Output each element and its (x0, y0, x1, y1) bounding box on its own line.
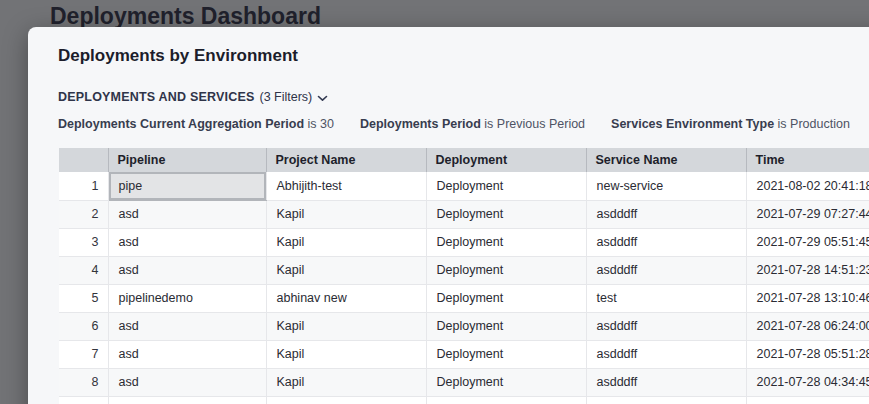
table-row: 7asdKapilDeploymentasdddff2021-07-28 05:… (59, 340, 869, 368)
filters-count: (3 Filters) (260, 90, 313, 104)
cell-pipeline[interactable]: pipelinedemo (108, 284, 266, 312)
cell-service[interactable]: asdddff (586, 340, 746, 368)
row-number-cell: 3 (59, 228, 108, 256)
cell-time[interactable]: 2021-07-28 14:51:23 (746, 256, 869, 284)
cell-service[interactable]: asdddff (586, 200, 746, 228)
row-number-cell: 9 (59, 396, 108, 404)
table-row: 2asdKapilDeploymentasdddff2021-07-29 07:… (59, 200, 869, 228)
table-row: 5pipelinedemoabhinav newDeploymenttest20… (59, 284, 869, 312)
table-row: 8asdKapilDeploymentasdddff2021-07-28 04:… (59, 368, 869, 396)
cell-deployment[interactable]: Deployment (426, 312, 586, 340)
cell-time[interactable]: 2021-07-28 06:24:00 (746, 312, 869, 340)
cell-pipeline[interactable]: asd (108, 368, 266, 396)
row-number-cell: 8 (59, 368, 108, 396)
cell-deployment[interactable]: Deployment (426, 200, 586, 228)
column-header-pipeline: Pipeline (108, 148, 266, 172)
filter-summary-segment: Deployments Current Aggregation Period i… (58, 117, 334, 131)
column-header-service-name: Service Name (586, 148, 746, 172)
cell-deployment[interactable]: Deployment (426, 284, 586, 312)
row-number-cell: 1 (59, 172, 108, 200)
table-row: 1pipeAbhijith-testDeploymentnew-service2… (59, 172, 869, 200)
cell-project[interactable]: Kapil (266, 200, 426, 228)
deployments-by-environment-modal: Deployments by Environment DEPLOYMENTS A… (28, 27, 869, 404)
row-number-cell: 5 (59, 284, 108, 312)
cell-project[interactable]: Kapil (266, 256, 426, 284)
cell-project[interactable]: Abhijith-test (266, 172, 426, 200)
cell-deployment[interactable]: Deployment (426, 228, 586, 256)
cell-pipeline[interactable]: asd (108, 340, 266, 368)
filter-summary-segment: Deployments Period is Previous Period (360, 117, 585, 131)
cell-project[interactable]: Kapil (266, 396, 426, 404)
row-number-cell: 7 (59, 340, 108, 368)
cell-time[interactable]: 2021-07-29 05:51:45 (746, 228, 869, 256)
cell-service[interactable]: asdddff (586, 228, 746, 256)
row-number-cell: 6 (59, 312, 108, 340)
column-header-row-number (59, 148, 108, 172)
cell-service[interactable]: asdddff (586, 312, 746, 340)
cell-pipeline[interactable]: asd (108, 228, 266, 256)
cell-service[interactable]: asdddff (586, 256, 746, 284)
cell-deployment[interactable]: Deployment (426, 340, 586, 368)
chevron-down-icon[interactable] (317, 91, 328, 105)
cell-time[interactable]: 2021-08-02 20:41:18 (746, 172, 869, 200)
deployments-table-wrap: PipelineProject NameDeploymentService Na… (59, 148, 869, 404)
table-row: 9asdKapilDeploymentasdddff2021-07-28 04:… (59, 396, 869, 404)
cell-project[interactable]: abhinav new (266, 284, 426, 312)
deployments-table: PipelineProject NameDeploymentService Na… (59, 148, 869, 404)
cell-deployment[interactable]: Deployment (426, 396, 586, 404)
cell-pipeline[interactable]: asd (108, 312, 266, 340)
filters-toggle[interactable]: DEPLOYMENTS AND SERVICES (3 Filters) (58, 89, 328, 105)
cell-project[interactable]: Kapil (266, 368, 426, 396)
cell-service[interactable]: asdddff (586, 396, 746, 404)
cell-service[interactable]: test (586, 284, 746, 312)
cell-time[interactable]: 2021-07-29 07:27:44 (746, 200, 869, 228)
modal-title: Deployments by Environment (58, 46, 298, 66)
cell-time[interactable]: 2021-07-28 13:10:46 (746, 284, 869, 312)
filter-summary: Deployments Current Aggregation Period i… (58, 117, 869, 131)
cell-time[interactable]: 2021-07-28 04:34:45 (746, 368, 869, 396)
filter-summary-segment: Services Environment Type is Production (611, 117, 850, 131)
cell-deployment[interactable]: Deployment (426, 172, 586, 200)
table-row: 4asdKapilDeploymentasdddff2021-07-28 14:… (59, 256, 869, 284)
cell-deployment[interactable]: Deployment (426, 368, 586, 396)
row-number-cell: 2 (59, 200, 108, 228)
table-body: 1pipeAbhijith-testDeploymentnew-service2… (59, 172, 869, 404)
cell-project[interactable]: Kapil (266, 228, 426, 256)
cell-pipeline[interactable]: asd (108, 200, 266, 228)
cell-pipeline[interactable]: pipe (108, 172, 266, 200)
cell-time[interactable]: 2021-07-28 04:34:45 (746, 396, 869, 404)
screen: Deployments Dashboard Deployments by Env… (0, 0, 869, 404)
column-header-deployment: Deployment (426, 148, 586, 172)
filters-toggle-label: DEPLOYMENTS AND SERVICES (58, 90, 255, 104)
cell-service[interactable]: new-service (586, 172, 746, 200)
column-header-time: Time (746, 148, 869, 172)
cell-project[interactable]: Kapil (266, 340, 426, 368)
cell-pipeline[interactable]: asd (108, 256, 266, 284)
table-row: 3asdKapilDeploymentasdddff2021-07-29 05:… (59, 228, 869, 256)
column-header-project-name: Project Name (266, 148, 426, 172)
cell-time[interactable]: 2021-07-28 05:51:28 (746, 340, 869, 368)
cell-service[interactable]: asdddff (586, 368, 746, 396)
row-number-cell: 4 (59, 256, 108, 284)
cell-pipeline[interactable]: asd (108, 396, 266, 404)
table-header-row: PipelineProject NameDeploymentService Na… (59, 148, 869, 172)
table-row: 6asdKapilDeploymentasdddff2021-07-28 06:… (59, 312, 869, 340)
cell-project[interactable]: Kapil (266, 312, 426, 340)
cell-deployment[interactable]: Deployment (426, 256, 586, 284)
